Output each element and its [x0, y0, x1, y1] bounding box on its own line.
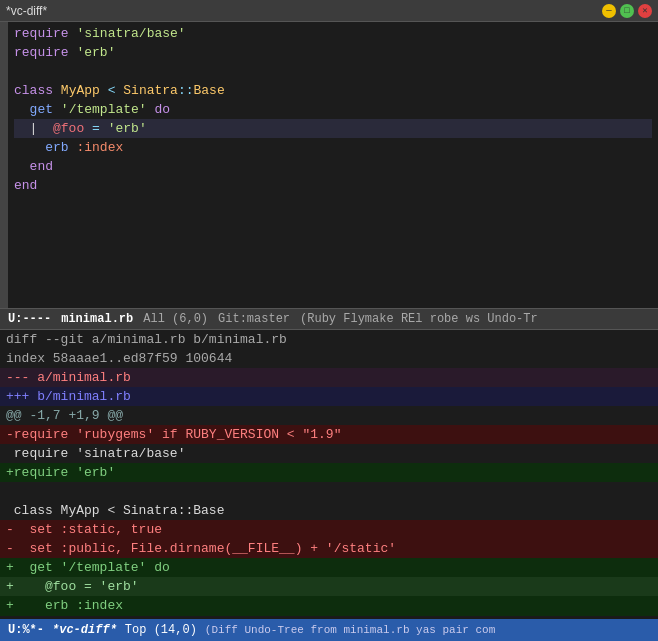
window: *vc-diff* ─ □ ✕ require 'sinatra/base' r…	[0, 0, 658, 616]
code-line: get '/template' do	[14, 100, 652, 119]
code-line	[14, 233, 652, 252]
diff-line: --- a/minimal.rb	[0, 368, 658, 387]
diff-line: + end	[0, 615, 658, 616]
modeline-modes: (Ruby Flymake REl robe ws Undo-Tr	[300, 312, 538, 326]
diff-line	[0, 482, 658, 501]
code-line: | @foo = 'erb'	[14, 119, 652, 138]
diff-line: + @foo = 'erb'	[0, 577, 658, 596]
diff-line: +++ b/minimal.rb	[0, 387, 658, 406]
code-line: require 'sinatra/base'	[14, 24, 652, 43]
modeline-bottom-modes: (Diff Undo-Tree from minimal.rb yas pair…	[205, 624, 495, 636]
close-button[interactable]: ✕	[638, 4, 652, 18]
gutter	[0, 22, 8, 308]
maximize-button[interactable]: □	[620, 4, 634, 18]
modeline-status: U:----	[8, 312, 51, 326]
diff-line: diff --git a/minimal.rb b/minimal.rb	[0, 330, 658, 349]
modeline-bottom-status: U:%*-	[8, 623, 44, 637]
diff-line: +require 'erb'	[0, 463, 658, 482]
diff-line: class MyApp < Sinatra::Base	[0, 501, 658, 520]
code-line: end	[14, 176, 652, 195]
code-line	[14, 62, 652, 81]
code-line	[14, 195, 652, 214]
diff-line: -require 'rubygems' if RUBY_VERSION < "1…	[0, 425, 658, 444]
code-line: class MyApp < Sinatra::Base	[14, 81, 652, 100]
diff-lines: diff --git a/minimal.rb b/minimal.rb ind…	[0, 330, 658, 616]
code-line	[14, 271, 652, 290]
code-line	[14, 214, 652, 233]
code-line: require 'erb'	[14, 43, 652, 62]
modeline-bottom-position: Top (14,0)	[125, 623, 197, 637]
diff-line: @@ -1,7 +1,9 @@	[0, 406, 658, 425]
diff-line: - set :static, true	[0, 520, 658, 539]
code-line	[14, 252, 652, 271]
diff-line: + erb :index	[0, 596, 658, 615]
editor-area[interactable]: require 'sinatra/base' require 'erb' cla…	[0, 22, 658, 308]
diff-line: + get '/template' do	[0, 558, 658, 577]
code-line: erb :index	[14, 138, 652, 157]
modeline-bottom-filename: *vc-diff*	[52, 623, 117, 637]
modeline-git: Git:master	[218, 312, 290, 326]
diff-line: index 58aaae1..ed87f59 100644	[0, 349, 658, 368]
code-lines: require 'sinatra/base' require 'erb' cla…	[8, 22, 658, 308]
diff-line: - set :public, File.dirname(__FILE__) + …	[0, 539, 658, 558]
window-controls: ─ □ ✕	[602, 4, 652, 18]
minimize-button[interactable]: ─	[602, 4, 616, 18]
modeline-position: All (6,0)	[143, 312, 208, 326]
modeline-filename: minimal.rb	[61, 312, 133, 326]
modeline-bottom: U:%*- *vc-diff* Top (14,0) (Diff Undo-Tr…	[0, 619, 658, 641]
title-bar-title: *vc-diff*	[6, 4, 47, 18]
code-line: end	[14, 157, 652, 176]
diff-line: require 'sinatra/base'	[0, 444, 658, 463]
title-bar: *vc-diff* ─ □ ✕	[0, 0, 658, 22]
diff-area[interactable]: diff --git a/minimal.rb b/minimal.rb ind…	[0, 330, 658, 616]
modeline-top: U:---- minimal.rb All (6,0) Git:master (…	[0, 308, 658, 330]
